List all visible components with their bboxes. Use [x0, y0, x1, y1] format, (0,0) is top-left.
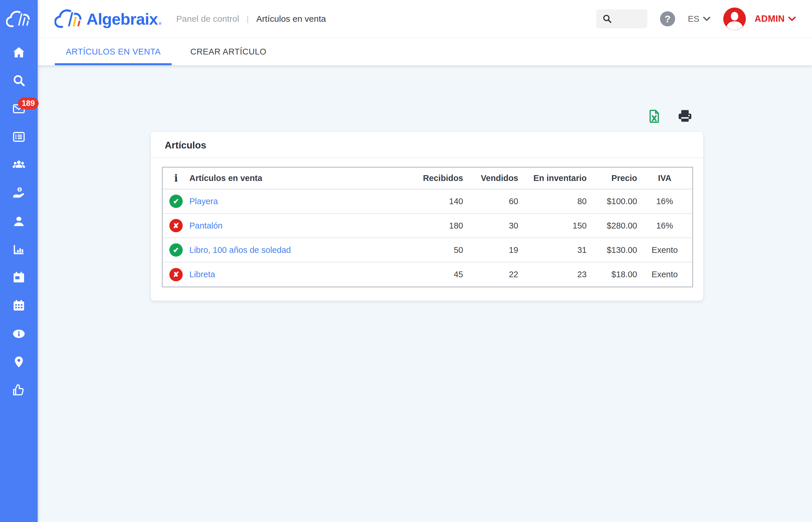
sold-value: 60: [463, 189, 518, 214]
sidebar-item-likes[interactable]: [0, 376, 38, 404]
received-value: 180: [393, 214, 463, 238]
sidebar-item-lists[interactable]: [0, 123, 38, 151]
status-icon: ✘: [169, 268, 183, 281]
sidebar-item-reports[interactable]: [0, 235, 38, 263]
messages-badge: 189: [18, 97, 39, 109]
export-toolbar: [647, 108, 693, 124]
topbar-actions: ? ES: [596, 7, 796, 30]
stock-value: 80: [518, 189, 587, 214]
tab-label: ARTÍCULOS EN VENTA: [66, 47, 161, 57]
hand-dollar-icon: $: [12, 186, 26, 200]
sidebar-item-events[interactable]: [0, 263, 38, 292]
home-icon: [12, 45, 26, 59]
table-row: ✔ Playera 140 60 80 $100.00 16%: [163, 189, 692, 214]
calendar-icon: [12, 299, 26, 313]
stock-column-header: En inventario: [518, 168, 587, 189]
info-icon: i: [174, 173, 178, 184]
tab-bar: ARTÍCULOS EN VENTA CREAR ARTÍCULO: [38, 38, 812, 65]
excel-export-icon[interactable]: [647, 109, 662, 124]
list-icon: [12, 130, 26, 144]
page-title: Artículos en venta: [256, 14, 326, 24]
brand-logo[interactable]: Algebraix.: [55, 8, 162, 29]
sold-value: 22: [463, 262, 518, 286]
app-window: 189: [0, 0, 812, 522]
sidebar-item-profile[interactable]: [0, 207, 38, 235]
avatar[interactable]: [723, 7, 746, 30]
breadcrumb: Panel de control | Artículos en venta: [176, 14, 326, 24]
brand-suffix: .: [158, 9, 162, 28]
item-link[interactable]: Pantalón: [189, 221, 223, 230]
brand-name: Algebraix: [86, 9, 158, 28]
info-icon: [12, 326, 26, 341]
sold-value: 19: [463, 238, 518, 262]
received-value: 140: [393, 189, 463, 214]
search-box[interactable]: [596, 9, 647, 28]
thumbs-up-icon: [12, 383, 26, 397]
info-column-header: i: [163, 168, 189, 189]
sidebar-item-home[interactable]: [0, 38, 38, 66]
status-icon: ✔: [169, 195, 183, 208]
sold-value: 30: [463, 214, 518, 238]
sidebar-nav: 189: [0, 38, 38, 404]
tab-label: CREAR ARTÍCULO: [190, 47, 266, 57]
stock-value: 150: [518, 214, 587, 238]
user-menu-label: ADMIN: [755, 14, 785, 24]
content-area: Artículos i Artículos en venta Recibidos…: [38, 65, 812, 522]
svg-text:$: $: [19, 187, 21, 192]
item-link[interactable]: Libro, 100 años de soledad: [189, 245, 291, 255]
received-column-header: Recibidos: [393, 168, 463, 189]
name-column-header: Artículos en venta: [189, 168, 393, 189]
vat-value: Exento: [637, 238, 692, 262]
status-icon: ✘: [169, 219, 183, 232]
sidebar-item-locations[interactable]: [0, 348, 38, 376]
sidebar-item-search[interactable]: [0, 66, 38, 95]
sidebar-item-messages[interactable]: 189: [0, 95, 38, 123]
table-row: ✔ Libro, 100 años de soledad 50 19 31 $1…: [163, 238, 692, 262]
people-icon: [12, 158, 26, 172]
table-row: ✘ Pantalón 180 30 150 $280.00 16%: [163, 214, 692, 238]
vat-value: Exento: [637, 262, 692, 286]
status-icon: ✔: [169, 243, 183, 257]
topbar: Algebraix. Panel de control | Artículos …: [38, 0, 812, 38]
calendar-event-icon: [12, 270, 26, 284]
sidebar-item-payments[interactable]: $: [0, 179, 38, 207]
price-value: $18.00: [587, 262, 637, 286]
sidebar-item-info[interactable]: [0, 320, 38, 348]
user-menu[interactable]: ADMIN: [755, 14, 796, 24]
received-value: 45: [393, 262, 463, 286]
user-icon: [12, 214, 26, 228]
bar-chart-icon: [12, 242, 26, 256]
price-value: $100.00: [587, 189, 637, 214]
language-selector[interactable]: ES: [688, 14, 710, 24]
print-icon[interactable]: [677, 108, 693, 124]
sidebar: 189: [0, 0, 38, 522]
search-input[interactable]: [612, 14, 643, 24]
vat-value: 16%: [637, 214, 692, 238]
sidebar-item-calendar[interactable]: [0, 292, 38, 320]
articles-table: i Artículos en venta Recibidos Vendidos …: [162, 167, 693, 287]
item-link[interactable]: Playera: [189, 197, 218, 206]
table-row: ✘ Libreta 45 22 23 $18.00 Exento: [163, 262, 692, 286]
avatar-user-icon: [723, 7, 746, 30]
tab-articulos-en-venta[interactable]: ARTÍCULOS EN VENTA: [55, 38, 172, 65]
language-label: ES: [688, 14, 699, 24]
articles-card: Artículos i Artículos en venta Recibidos…: [151, 132, 703, 301]
tab-crear-articulo[interactable]: CREAR ARTÍCULO: [179, 38, 277, 65]
brand-cloud-bars-icon: [55, 8, 83, 29]
sidebar-item-groups[interactable]: [0, 151, 38, 179]
card-title: Artículos: [151, 132, 703, 158]
brand-cloud-icon[interactable]: [6, 0, 32, 38]
breadcrumb-parent[interactable]: Panel de control: [176, 14, 239, 24]
sold-column-header: Vendidos: [463, 168, 518, 189]
map-pin-icon: [12, 355, 25, 368]
stock-value: 31: [518, 238, 587, 262]
price-column-header: Precio: [587, 168, 637, 189]
search-icon: [12, 74, 26, 87]
vat-column-header: IVA: [637, 168, 692, 189]
help-button[interactable]: ?: [660, 11, 675, 26]
vat-value: 16%: [637, 189, 692, 214]
table-header-row: i Artículos en venta Recibidos Vendidos …: [163, 168, 692, 189]
received-value: 50: [393, 238, 463, 262]
price-value: $130.00: [587, 238, 637, 262]
item-link[interactable]: Libreta: [189, 270, 215, 279]
